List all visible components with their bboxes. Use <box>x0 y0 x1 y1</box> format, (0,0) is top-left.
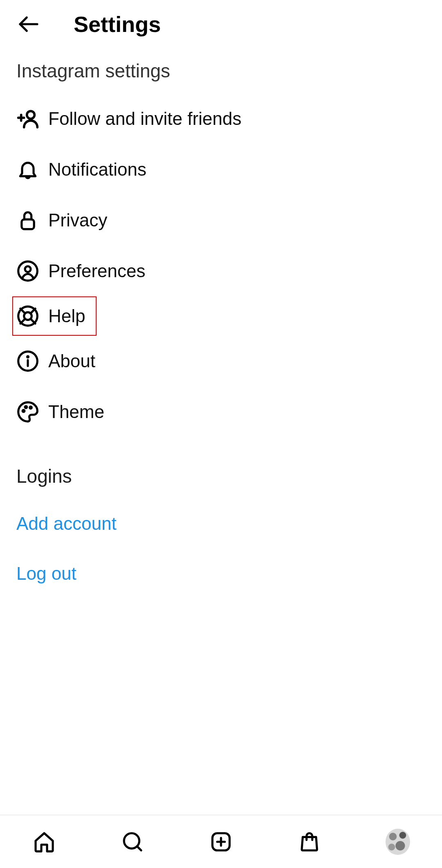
nav-home[interactable] <box>32 830 56 854</box>
search-icon <box>121 830 144 853</box>
svg-line-11 <box>31 309 36 314</box>
svg-rect-4 <box>22 219 34 229</box>
plus-square-icon <box>210 830 232 853</box>
menu-label: Follow and invite friends <box>48 108 241 129</box>
menu-label: Theme <box>48 402 104 422</box>
menu-item-preferences[interactable]: Preferences <box>0 246 442 296</box>
nav-profile[interactable] <box>386 830 410 854</box>
lifebuoy-icon <box>16 305 39 328</box>
svg-point-6 <box>25 266 31 272</box>
svg-point-16 <box>23 410 25 412</box>
svg-point-1 <box>27 111 35 119</box>
svg-point-17 <box>25 406 27 408</box>
menu-label: Help <box>48 306 86 326</box>
log-out-link[interactable]: Log out <box>0 549 442 599</box>
menu-item-help[interactable]: Help <box>12 296 442 336</box>
add-account-link[interactable]: Add account <box>0 499 442 549</box>
nav-create[interactable] <box>209 830 233 854</box>
svg-line-10 <box>31 319 36 324</box>
highlight-box: Help <box>12 296 97 336</box>
shopping-bag-icon <box>298 830 321 853</box>
menu-label: About <box>48 351 95 371</box>
section-title-logins: Logins <box>0 454 442 499</box>
svg-point-15 <box>27 356 29 357</box>
svg-line-12 <box>20 319 25 324</box>
person-circle-icon <box>16 260 39 283</box>
avatar <box>386 829 410 855</box>
nav-shop[interactable] <box>297 830 322 854</box>
home-icon <box>33 830 56 853</box>
menu-item-notifications[interactable]: Notifications <box>0 144 442 195</box>
back-button[interactable] <box>16 12 41 36</box>
menu-label: Privacy <box>48 210 107 231</box>
menu-label: Notifications <box>48 159 147 180</box>
page-title: Settings <box>74 11 161 37</box>
info-icon <box>16 350 39 373</box>
section-title-settings: Instagram settings <box>0 48 442 93</box>
arrow-left-icon <box>17 13 40 36</box>
add-person-icon <box>16 107 39 130</box>
menu-item-follow-invite[interactable]: Follow and invite friends <box>0 93 442 144</box>
lock-icon <box>16 209 39 232</box>
bottom-nav <box>0 815 442 868</box>
nav-search[interactable] <box>120 830 145 854</box>
menu-item-about[interactable]: About <box>0 336 442 387</box>
svg-line-20 <box>137 846 141 850</box>
menu-item-privacy[interactable]: Privacy <box>0 195 442 246</box>
header: Settings <box>0 0 442 48</box>
svg-point-18 <box>30 407 32 409</box>
menu-label: Preferences <box>48 261 145 281</box>
menu-item-theme[interactable]: Theme <box>0 387 442 437</box>
bell-icon <box>16 158 39 181</box>
svg-line-9 <box>20 309 25 314</box>
palette-icon <box>16 400 39 423</box>
menu-list: Follow and invite friends Notifications … <box>0 93 442 437</box>
